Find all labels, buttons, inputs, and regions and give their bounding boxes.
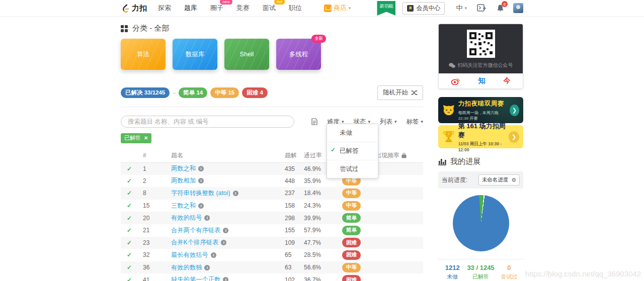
- difficulty-badge: 中等: [342, 189, 361, 198]
- list-filter[interactable]: 列表▾: [380, 118, 397, 126]
- nav-item-circle[interactable]: 圈子new: [210, 4, 223, 13]
- leetcode-logo-icon: [121, 3, 130, 13]
- logo-text: 力扣: [132, 4, 147, 13]
- trophy-icon: [443, 129, 455, 144]
- close-icon[interactable]: ✕: [144, 135, 148, 141]
- biweekly-contest-card[interactable]: 力扣夜喵双周赛 每两周一场，本周六晚 22:30 开赛 ❯: [438, 97, 523, 123]
- notification-count-badge: 6: [502, 1, 508, 7]
- info-icon[interactable]: i: [233, 191, 238, 196]
- active-filter-tag[interactable]: 已解答 ✕: [121, 133, 151, 143]
- info-icon[interactable]: i: [204, 215, 210, 221]
- info-icon[interactable]: i: [223, 277, 228, 281]
- weekly-contest-card[interactable]: 第 161 场力扣周赛 11/03 周日上午 10:30 - 12:00 ❯: [438, 125, 523, 148]
- leetcode-problems-page: 力扣 探索 题库 圈子new 竞赛 面试hot 职位 商店 ▾ 新功能 会员中心…: [0, 0, 644, 281]
- info-icon[interactable]: i: [223, 228, 228, 233]
- lock-icon: [401, 152, 407, 158]
- medium-count-badge: 中等 15: [210, 87, 239, 98]
- random-start-button[interactable]: 随机开始: [377, 85, 423, 100]
- problem-link[interactable]: 两数之和: [171, 165, 196, 172]
- info-icon[interactable]: i: [198, 203, 204, 209]
- document-icon[interactable]: [311, 118, 317, 125]
- table-row: ✓32最长有效括号i6528.5%困难: [121, 249, 423, 261]
- chevron-down-icon: ▾: [464, 6, 467, 11]
- difficulty-badge: 中等: [342, 263, 361, 272]
- contest-title: 力扣夜喵双周赛: [458, 100, 510, 108]
- qr-caption: 扫码关注官方微信公众号: [458, 62, 513, 69]
- category-card-database[interactable]: 数据库: [173, 39, 217, 70]
- member-center-button[interactable]: 会员中心: [403, 2, 445, 15]
- progress-stats: 1212 未做 33 / 1245 已解答 0 尝试过: [438, 264, 523, 280]
- member-badge-icon: [407, 5, 414, 12]
- store-icon: [324, 5, 332, 12]
- progress-select[interactable]: 未命名进度 ⚙: [478, 174, 520, 185]
- playground-button[interactable]: [477, 4, 487, 12]
- table-row: ✓15三数之和i15824.3%中等: [121, 200, 423, 212]
- stat-todo: 1212 未做: [438, 264, 466, 280]
- progress-section-header: 我的进展: [438, 157, 523, 166]
- nav-item-jobs[interactable]: 职位: [289, 4, 302, 13]
- table-row: ✓8字符串转换整数 (atoi)i23718.4%中等: [121, 187, 423, 200]
- info-icon[interactable]: i: [204, 265, 210, 270]
- table-row: ✓20有效的括号i29839.9%简单: [121, 212, 423, 224]
- status-option-attempted[interactable]: 尝试过: [327, 160, 378, 178]
- nav-item-problems[interactable]: 题库: [184, 4, 197, 13]
- problem-link[interactable]: 字符串转换整数 (atoi): [171, 190, 230, 197]
- solved-check-icon: ✓: [123, 227, 132, 234]
- shuffle-icon: [411, 90, 418, 96]
- problem-link[interactable]: 最长有效括号: [171, 251, 208, 258]
- nav-item-explore[interactable]: 探索: [158, 4, 171, 13]
- category-cards: 算法 数据库 Shell 多线程 全新: [121, 39, 423, 70]
- user-avatar[interactable]: [513, 3, 523, 13]
- toutiao-icon[interactable]: 今: [504, 76, 511, 85]
- chevron-down-icon: ▾: [394, 119, 397, 124]
- tag-filter[interactable]: 标签▾: [406, 118, 423, 126]
- chevron-right-icon[interactable]: ❯: [509, 131, 519, 143]
- table-row: ✓41缺失的第一个正数i10236.7%困难: [121, 273, 423, 281]
- difficulty-badge: 困难: [342, 238, 361, 247]
- chevron-down-icon: ▾: [349, 6, 351, 11]
- new-feature-ribbon[interactable]: 新功能: [377, 1, 395, 16]
- problem-link[interactable]: 有效的括号: [171, 214, 202, 221]
- col-solutions[interactable]: 题解: [283, 150, 302, 163]
- problem-link[interactable]: 有效的数独: [171, 264, 202, 271]
- solved-check-icon: ✓: [123, 239, 132, 246]
- category-card-algorithms[interactable]: 算法: [121, 39, 166, 70]
- category-card-shell[interactable]: Shell: [224, 39, 269, 70]
- current-progress-label: 当前进度:: [442, 176, 467, 184]
- weibo-icon[interactable]: [451, 77, 460, 85]
- info-icon[interactable]: i: [221, 240, 226, 245]
- info-icon[interactable]: i: [211, 252, 216, 258]
- wechat-icon: [449, 63, 455, 68]
- nav-item-contest[interactable]: 竞赛: [236, 4, 250, 13]
- search-input[interactable]: [121, 116, 294, 128]
- info-icon[interactable]: i: [198, 166, 204, 171]
- stat-solved: 33 / 1245 已解答: [466, 264, 495, 280]
- problem-link[interactable]: 三数之和: [171, 202, 196, 209]
- contest-title: 第 161 场力扣周赛: [458, 122, 509, 140]
- sidebar: 扫码关注官方微信公众号 知 今: [438, 24, 523, 281]
- problem-link[interactable]: 两数相加: [171, 177, 196, 184]
- solved-check-icon: ✓: [123, 165, 132, 172]
- notifications-button[interactable]: 6: [497, 4, 504, 12]
- col-frequency[interactable]: 出现频率: [373, 150, 423, 163]
- col-title[interactable]: 题名: [169, 150, 283, 163]
- csdn-watermark: https://blog.csdn.net/qq_36903042: [525, 269, 641, 278]
- contest-subtitle: 每两周一场，本周六晚 22:30 开赛: [458, 110, 510, 121]
- category-card-concurrency[interactable]: 多线程 全新: [276, 39, 321, 70]
- problem-link[interactable]: 合并K个排序链表: [171, 239, 218, 246]
- problem-link[interactable]: 合并两个有序链表: [171, 227, 220, 234]
- info-icon[interactable]: i: [198, 178, 204, 183]
- problem-link[interactable]: 缺失的第一个正数: [171, 276, 220, 281]
- language-selector[interactable]: 中 ▾: [456, 4, 467, 13]
- hot-badge: hot: [274, 0, 285, 5]
- chevron-right-icon[interactable]: ❯: [510, 105, 519, 116]
- zhihu-icon[interactable]: 知: [478, 76, 486, 85]
- leetcode-logo[interactable]: 力扣: [121, 3, 147, 13]
- nav-item-interview[interactable]: 面试hot: [263, 4, 276, 13]
- col-number[interactable]: #: [141, 150, 169, 163]
- nav-item-store[interactable]: 商店 ▾: [324, 4, 351, 13]
- status-option-solved[interactable]: ✓已解答: [327, 142, 378, 160]
- gear-icon[interactable]: ⚙: [511, 177, 516, 183]
- brand-new-badge: 全新: [311, 35, 326, 43]
- status-option-todo[interactable]: 未做: [327, 124, 378, 142]
